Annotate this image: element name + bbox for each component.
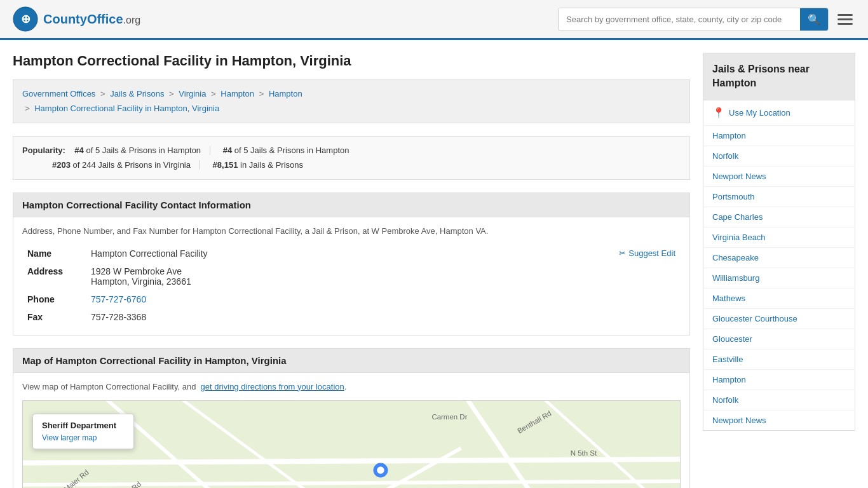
menu-bar-1: [837, 14, 853, 16]
sidebar-link-norfolk1[interactable]: Norfolk: [712, 151, 738, 161]
sidebar-link-chesapeake[interactable]: Chesapeake: [712, 253, 759, 262]
list-item: Virginia Beach: [703, 227, 855, 248]
contact-description: Address, Phone Number, and Fax Number fo…: [22, 226, 681, 236]
name-value: Hampton Correctional Facility ✂ Suggest …: [86, 245, 681, 262]
sidebar-link-mathews[interactable]: Mathews: [712, 294, 745, 303]
list-item: Newport News: [703, 166, 855, 187]
list-item: Williamsburg: [703, 268, 855, 288]
map-container: Rogers Ave Benthall Rd Carmen Dr N 5th S…: [22, 400, 681, 488]
breadcrumb-sep-4: >: [259, 89, 264, 98]
sidebar-link-portsmouth[interactable]: Portsmouth: [712, 192, 754, 201]
breadcrumb-sep-3: >: [211, 89, 216, 98]
sidebar-link-gloucester[interactable]: Gloucester: [712, 334, 752, 344]
phone-link[interactable]: 757-727-6760: [91, 294, 146, 304]
contact-section-header: Hampton Correctional Facility Contact In…: [13, 193, 690, 217]
phone-label: Phone: [22, 290, 86, 308]
page-title: Hampton Correctional Facility in Hampton…: [13, 53, 690, 69]
fax-value: 757-728-3368: [86, 308, 681, 326]
breadcrumb-item-government-offices[interactable]: Government Offices: [22, 89, 95, 98]
map-popup: Sheriff Department View larger map: [32, 414, 134, 449]
table-row-fax: Fax 757-728-3368: [22, 308, 681, 326]
name-label: Name: [22, 245, 86, 262]
list-item: Norfolk: [703, 390, 855, 410]
map-description: View map of Hampton Correctional Facilit…: [22, 382, 681, 391]
sidebar-link-eastville[interactable]: Eastville: [712, 355, 743, 364]
location-pin-icon: 📍: [712, 107, 725, 119]
svg-text:N 5th St: N 5th St: [571, 449, 597, 457]
list-item: Newport News: [703, 410, 855, 430]
breadcrumb-sep-2: >: [169, 89, 174, 98]
sidebar-link-newport-news2[interactable]: Newport News: [712, 416, 766, 425]
phone-value: 757-727-6760: [86, 290, 681, 308]
breadcrumb-sep-1: >: [100, 89, 105, 98]
main-container: Hampton Correctional Facility in Hampton…: [0, 40, 868, 488]
popularity-rank4: #8,151: [213, 160, 238, 170]
list-item: Gloucester Courthouse: [703, 309, 855, 329]
breadcrumb-item-jails-prisons[interactable]: Jails & Prisons: [110, 89, 164, 98]
table-row-name: Name Hampton Correctional Facility ✂ Sug…: [22, 245, 681, 262]
sidebar: Jails & Prisons near Hampton 📍 Use My Lo…: [703, 53, 855, 488]
list-item: Portsmouth: [703, 187, 855, 207]
contact-table: Name Hampton Correctional Facility ✂ Sug…: [22, 245, 681, 326]
list-item: Cape Charles: [703, 207, 855, 227]
address-value: 1928 W Pembroke Ave Hampton, Virginia, 2…: [86, 262, 681, 290]
address-label: Address: [22, 262, 86, 290]
breadcrumb: Government Offices > Jails & Prisons > V…: [13, 79, 690, 123]
table-row-phone: Phone 757-727-6760: [22, 290, 681, 308]
contact-info-section: Address, Phone Number, and Fax Number fo…: [13, 217, 690, 336]
list-item: Norfolk: [703, 146, 855, 166]
sidebar-link-cape-charles[interactable]: Cape Charles: [712, 212, 763, 222]
breadcrumb-item-virginia[interactable]: Virginia: [179, 89, 206, 98]
list-item: Hampton: [703, 126, 855, 146]
menu-bar-2: [837, 18, 853, 20]
hamburger-menu-button[interactable]: [835, 11, 855, 27]
svg-line-3: [23, 459, 680, 463]
map-popup-title: Sheriff Department: [42, 421, 125, 430]
map-section-header: Map of Hampton Correctional Facility in …: [13, 348, 690, 373]
suggest-edit-link[interactable]: ✂ Suggest Edit: [619, 248, 675, 258]
content-area: Hampton Correctional Facility in Hampton…: [13, 53, 703, 488]
list-item: Eastville: [703, 349, 855, 370]
logo-text: CountyOffice.org: [43, 12, 140, 27]
sidebar-link-newport-news1[interactable]: Newport News: [712, 172, 766, 181]
svg-text:Carmen Dr: Carmen Dr: [431, 412, 467, 420]
sidebar-link-virginia-beach[interactable]: Virginia Beach: [712, 233, 766, 242]
sidebar-link-hampton1[interactable]: Hampton: [712, 131, 746, 140]
popularity-rank3: #203: [52, 160, 71, 170]
sidebar-title: Jails & Prisons near Hampton: [703, 53, 855, 100]
header-right: 🔍: [558, 8, 855, 31]
pop-separator-1: [210, 146, 217, 155]
sidebar-link-gloucester-courthouse[interactable]: Gloucester Courthouse: [712, 314, 797, 323]
table-row-address: Address 1928 W Pembroke Ave Hampton, Vir…: [22, 262, 681, 290]
popularity-rank2: #4: [223, 146, 232, 155]
use-my-location-link[interactable]: 📍 Use My Location: [703, 100, 855, 126]
map-section: View map of Hampton Correctional Facilit…: [13, 373, 690, 488]
search-bar: 🔍: [558, 8, 829, 31]
popularity-rank2-text: of 5 Jails & Prisons in Hampton: [234, 146, 349, 155]
breadcrumb-item-facility[interactable]: Hampton Correctional Facility in Hampton…: [34, 104, 219, 113]
pop-separator-2: [200, 160, 207, 170]
breadcrumb-sep-5: >: [25, 104, 30, 113]
search-button[interactable]: 🔍: [800, 8, 828, 30]
popularity-rank1: #4: [74, 146, 83, 155]
list-item: Chesapeake: [703, 248, 855, 268]
map-background: Rogers Ave Benthall Rd Carmen Dr N 5th S…: [23, 401, 680, 488]
list-item: Hampton: [703, 370, 855, 390]
sidebar-link-williamsburg[interactable]: Williamsburg: [712, 273, 759, 283]
breadcrumb-item-hampton1[interactable]: Hampton: [220, 89, 254, 98]
popularity-rank4-text: in Jails & Prisons: [240, 160, 303, 170]
list-item: Gloucester: [703, 329, 855, 349]
sidebar-list: 📍 Use My Location Hampton Norfolk Newpor…: [703, 100, 855, 431]
popularity-rank3-text: of 244 Jails & Prisons in Virginia: [73, 160, 191, 170]
menu-bar-3: [837, 23, 853, 25]
fax-label: Fax: [22, 308, 86, 326]
sidebar-link-norfolk2[interactable]: Norfolk: [712, 395, 738, 405]
breadcrumb-item-hampton2[interactable]: Hampton: [269, 89, 302, 98]
driving-directions-link[interactable]: get driving directions from your locatio…: [201, 382, 344, 391]
site-header: ⊕ CountyOffice.org 🔍: [0, 0, 868, 40]
view-larger-map-link[interactable]: View larger map: [42, 433, 97, 442]
popularity-rank1-text: of 5 Jails & Prisons in Hampton: [86, 146, 201, 155]
sidebar-link-hampton2[interactable]: Hampton: [712, 375, 746, 384]
search-input[interactable]: [559, 10, 800, 29]
logo-icon: ⊕: [13, 6, 38, 32]
